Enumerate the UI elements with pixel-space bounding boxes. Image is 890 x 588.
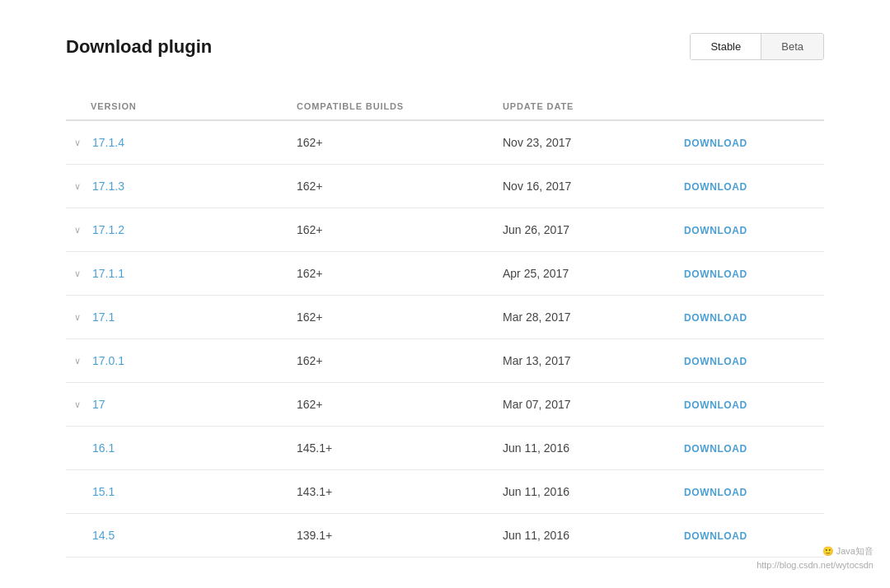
col-header-builds: COMPATIBLE BUILDS [297,93,503,120]
table-row: ∨17.0.1162+Mar 13, 2017DOWNLOAD [66,339,824,383]
chevron-icon: ∨ [74,399,87,410]
page-container: Download plugin Stable Beta VERSION COMP… [0,0,890,588]
version-cell-8: 15.1 [66,470,297,514]
download-cell: DOWNLOAD [684,252,824,296]
version-link[interactable]: 17.1 [92,310,115,324]
download-cell: DOWNLOAD [684,383,824,427]
builds-cell: 162+ [297,165,503,208]
builds-cell: 162+ [297,383,503,427]
table-header-row: VERSION COMPATIBLE BUILDS UPDATE DATE [66,93,824,120]
chevron-icon: ∨ [74,138,87,148]
version-link[interactable]: 16.1 [92,441,115,455]
builds-cell: 162+ [297,339,503,383]
builds-cell: 162+ [297,252,503,296]
download-button[interactable]: DOWNLOAD [684,530,747,542]
download-button[interactable]: DOWNLOAD [684,399,747,411]
download-cell: DOWNLOAD [684,470,824,514]
version-cell-2: ∨17.1.2 [66,208,297,252]
watermark-line2: http://blog.csdn.net/wytocsdn [756,558,874,572]
chevron-icon: ∨ [74,268,87,279]
download-button[interactable]: DOWNLOAD [684,268,747,280]
date-cell: Mar 28, 2017 [503,296,684,339]
date-cell: Jun 26, 2017 [503,208,684,252]
version-link[interactable]: 15.1 [92,485,115,498]
tab-beta[interactable]: Beta [761,34,823,59]
date-cell: Jun 11, 2016 [503,514,684,558]
table-row: ∨17.1.3162+Nov 16, 2017DOWNLOAD [66,165,824,208]
version-link[interactable]: 17.0.1 [92,354,124,367]
builds-cell: 145.1+ [297,427,503,470]
version-cell-7: 16.1 [66,427,297,470]
chevron-icon: ∨ [74,225,87,236]
download-button[interactable]: DOWNLOAD [684,487,747,498]
version-cell-6: ∨17 [66,383,297,427]
version-link[interactable]: 17.1.3 [92,180,124,193]
table-row: ∨17.1.4162+Nov 23, 2017DOWNLOAD [66,120,824,165]
table-row: 15.1143.1+Jun 11, 2016DOWNLOAD [66,470,824,514]
download-cell: DOWNLOAD [684,427,824,470]
builds-cell: 162+ [297,208,503,252]
col-header-action [684,93,824,120]
table-row: 16.1145.1+Jun 11, 2016DOWNLOAD [66,427,824,470]
download-cell: DOWNLOAD [684,296,824,339]
page-header: Download plugin Stable Beta [66,33,824,60]
page-title: Download plugin [66,36,212,58]
download-button[interactable]: DOWNLOAD [684,312,747,324]
builds-cell: 162+ [297,120,503,165]
version-link[interactable]: 17.1.4 [92,136,124,149]
date-cell: Mar 07, 2017 [503,383,684,427]
download-button[interactable]: DOWNLOAD [684,356,747,367]
version-link[interactable]: 17.1.2 [92,223,124,236]
tab-stable[interactable]: Stable [691,34,761,59]
table-row: ∨17162+Mar 07, 2017DOWNLOAD [66,383,824,427]
plugin-table: VERSION COMPATIBLE BUILDS UPDATE DATE ∨1… [66,93,824,558]
table-row: ∨17.1162+Mar 28, 2017DOWNLOAD [66,296,824,339]
version-link[interactable]: 17 [92,398,105,411]
version-cell-4: ∨17.1 [66,296,297,339]
download-cell: DOWNLOAD [684,208,824,252]
download-cell: DOWNLOAD [684,339,824,383]
download-button[interactable]: DOWNLOAD [684,138,747,149]
version-cell-5: ∨17.0.1 [66,339,297,383]
download-button[interactable]: DOWNLOAD [684,443,747,455]
chevron-icon: ∨ [74,312,87,323]
date-cell: Mar 13, 2017 [503,339,684,383]
download-cell: DOWNLOAD [684,120,824,165]
download-button[interactable]: DOWNLOAD [684,181,747,193]
version-cell-1: ∨17.1.3 [66,165,297,208]
table-row: ∨17.1.2162+Jun 26, 2017DOWNLOAD [66,208,824,252]
version-link[interactable]: 17.1.1 [92,267,124,280]
version-cell-0: ∨17.1.4 [66,120,297,165]
col-header-version: VERSION [66,93,297,120]
download-cell: DOWNLOAD [684,165,824,208]
version-link[interactable]: 14.5 [92,529,115,542]
builds-cell: 139.1+ [297,514,503,558]
builds-cell: 162+ [297,296,503,339]
table-row: 14.5139.1+Jun 11, 2016DOWNLOAD [66,514,824,558]
col-header-date: UPDATE DATE [503,93,684,120]
watermark-line1: 🙂 Java知音 [756,544,874,558]
date-cell: Jun 11, 2016 [503,427,684,470]
tab-group: Stable Beta [690,33,824,60]
date-cell: Jun 11, 2016 [503,470,684,514]
date-cell: Nov 23, 2017 [503,120,684,165]
chevron-icon: ∨ [74,356,87,366]
builds-cell: 143.1+ [297,470,503,514]
date-cell: Nov 16, 2017 [503,165,684,208]
chevron-icon: ∨ [74,181,87,192]
download-button[interactable]: DOWNLOAD [684,225,747,236]
version-cell-3: ∨17.1.1 [66,252,297,296]
version-cell-9: 14.5 [66,514,297,558]
watermark: 🙂 Java知音 http://blog.csdn.net/wytocsdn [756,544,874,572]
date-cell: Apr 25, 2017 [503,252,684,296]
table-row: ∨17.1.1162+Apr 25, 2017DOWNLOAD [66,252,824,296]
